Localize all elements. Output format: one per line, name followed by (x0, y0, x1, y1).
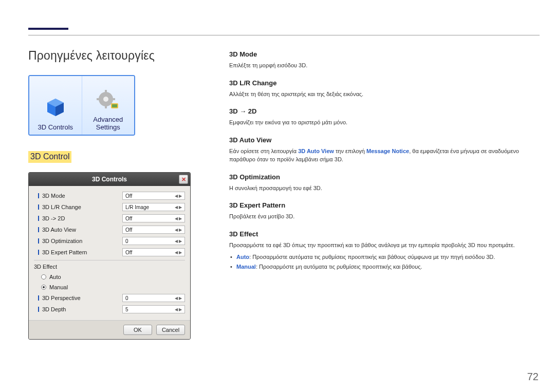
cancel-button[interactable]: Cancel (156, 325, 185, 335)
option-value[interactable]: Off◀ ▶ (122, 192, 185, 200)
option-label: 3D Perspective (42, 295, 122, 301)
heading-3d-effect: 3D Effect (229, 230, 540, 238)
svg-rect-6 (105, 105, 107, 108)
desc-3d-to-2d: Εμφανίζει την εικόνα για το αριστερό μάτ… (229, 118, 540, 127)
radio-label: Manual (49, 284, 68, 290)
desc-3d-optimization: Η συνολική προσαρμογή του εφέ 3D. (229, 184, 540, 193)
page-title: Προηγμένες λειτουργίες (28, 49, 191, 63)
section-label-3d-control: 3D Control (28, 151, 71, 163)
svg-rect-5 (105, 90, 107, 93)
dialog-title: 3D Controls (92, 176, 127, 183)
option-label: 3D L/R Change (42, 204, 122, 210)
svg-rect-8 (112, 98, 115, 100)
option-label: 3D Mode (42, 193, 122, 199)
radio-label: Auto (49, 274, 61, 280)
svg-point-4 (103, 97, 108, 102)
header-rule (28, 35, 540, 35)
heading-3d-lr-change: 3D L/R Change (229, 79, 540, 87)
right-column: 3D Mode Επιλέξτε τη μορφή εισόδου 3D. 3D… (229, 50, 540, 271)
group-3d-effect: 3D Effect (34, 264, 185, 270)
option-row[interactable]: 3D -> 2D Off◀ ▶ (34, 213, 185, 224)
radio-auto[interactable]: Auto (34, 272, 185, 282)
icon-label-line2: Settings (96, 123, 120, 132)
effect-list: Auto: Προσαρμόστε αυτόματα τις ρυθμίσεις… (229, 252, 540, 271)
desc-3d-mode: Επιλέξτε τη μορφή εισόδου 3D. (229, 61, 540, 70)
header-thick-rule (28, 28, 68, 30)
desc-3d-expert-pattern: Προβάλετε ένα μοτίβο 3D. (229, 212, 540, 221)
list-item: Manual: Προσαρμόστε μη αυτόματα τις ρυθμ… (236, 262, 540, 272)
option-value[interactable]: 0◀ ▶ (122, 237, 185, 245)
left-column: Προηγμένες λειτουργίες 3D Controls (28, 49, 191, 340)
option-label: 3D Optimization (42, 238, 122, 244)
option-value[interactable]: Off◀ ▶ (122, 248, 185, 256)
heading-3d-optimization: 3D Optimization (229, 173, 540, 181)
option-value[interactable]: Off◀ ▶ (122, 214, 185, 222)
option-row[interactable]: 3D Perspective 0◀ ▶ (34, 292, 185, 304)
icon-cell-advanced-settings[interactable]: Advanced Settings (82, 76, 135, 135)
heading-3d-mode: 3D Mode (229, 50, 540, 58)
icon-cell-3d-controls[interactable]: 3D Controls (29, 76, 82, 135)
option-row[interactable]: 3D Mode Off◀ ▶ (34, 190, 185, 201)
feature-icon-row: 3D Controls Advanced Setting (28, 75, 135, 136)
option-value[interactable]: Off◀ ▶ (122, 226, 185, 234)
desc-3d-auto-view: Εάν ορίσετε στη λειτουργία 3D Auto View … (229, 147, 540, 164)
list-item: Auto: Προσαρμόστε αυτόματα τις ρυθμίσεις… (236, 252, 540, 262)
radio-icon (41, 285, 46, 290)
icon-label-line1: Advanced (93, 116, 123, 124)
desc-3d-lr-change: Αλλάξτε τη θέση της αριστερής και της δε… (229, 90, 540, 99)
cube-icon (43, 96, 68, 120)
gear-icon (96, 88, 120, 113)
radio-manual[interactable]: Manual (34, 282, 185, 292)
option-label: 3D Auto View (42, 227, 122, 233)
option-row[interactable]: 3D Expert Pattern Off◀ ▶ (34, 247, 185, 258)
icon-label: 3D Controls (38, 123, 73, 132)
option-label: 3D Depth (42, 306, 122, 312)
ok-button[interactable]: OK (123, 325, 152, 335)
heading-3d-to-2d: 3D → 2D (229, 107, 540, 115)
option-value[interactable]: 5◀ ▶ (122, 305, 185, 313)
heading-3d-auto-view: 3D Auto View (229, 136, 540, 144)
svg-rect-10 (112, 104, 117, 107)
radio-icon (41, 274, 46, 279)
dialog-button-bar: OK Cancel (29, 320, 190, 339)
option-row[interactable]: 3D Optimization 0◀ ▶ (34, 235, 185, 247)
option-label: 3D -> 2D (42, 215, 122, 221)
option-value[interactable]: 0◀ ▶ (122, 294, 185, 302)
dialog-titlebar: 3D Controls ✕ (29, 173, 190, 186)
option-label: 3D Expert Pattern (42, 249, 122, 255)
svg-rect-7 (97, 98, 100, 100)
option-row[interactable]: 3D Depth 5◀ ▶ (34, 304, 185, 315)
option-row[interactable]: 3D L/R Change L/R Image◀ ▶ (34, 201, 185, 213)
option-row[interactable]: 3D Auto View Off◀ ▶ (34, 224, 185, 235)
dialog-body: 3D Mode Off◀ ▶ 3D L/R Change L/R Image◀ … (29, 186, 190, 320)
dialog-3d-controls: 3D Controls ✕ 3D Mode Off◀ ▶ 3D L/R Chan… (28, 172, 191, 340)
page-number: 72 (527, 371, 539, 383)
close-icon[interactable]: ✕ (179, 175, 188, 184)
option-value[interactable]: L/R Image◀ ▶ (122, 203, 185, 211)
desc-3d-effect: Προσαρμόστε τα εφέ 3D όπως την προοπτική… (229, 241, 540, 250)
heading-3d-expert-pattern: 3D Expert Pattern (229, 201, 540, 209)
